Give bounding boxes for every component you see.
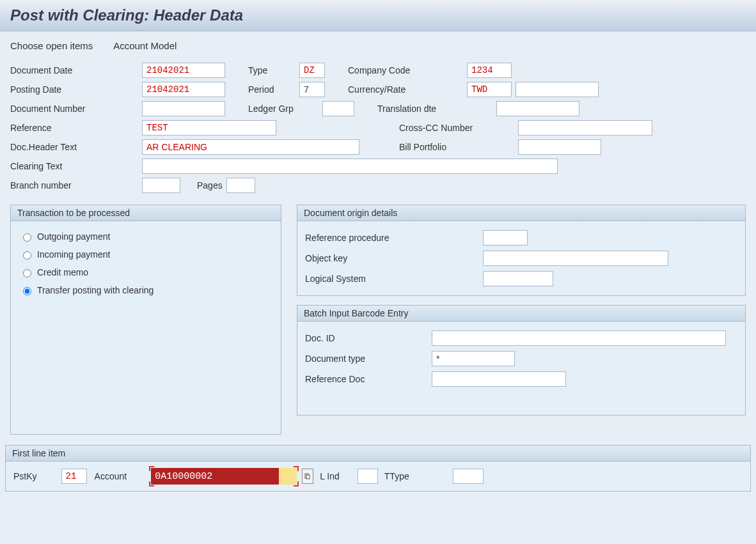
translation-dte-label: Translation dte bbox=[377, 104, 492, 114]
document-number-label: Document Number bbox=[10, 104, 138, 114]
reference-doc-label: Reference Doc bbox=[305, 374, 427, 384]
rate-input[interactable] bbox=[516, 82, 599, 97]
transaction-title: Transaction to be processed bbox=[11, 205, 281, 221]
doc-header-text-label: Doc.Header Text bbox=[10, 142, 138, 152]
ledger-grp-input[interactable] bbox=[322, 101, 354, 116]
cross-cc-input[interactable] bbox=[518, 120, 652, 136]
doc-header-text-input[interactable] bbox=[142, 139, 359, 155]
page-title: Post with Clearing: Header Data bbox=[10, 6, 746, 24]
outgoing-payment-label: Outgoing payment bbox=[37, 231, 110, 242]
incoming-payment-radio[interactable] bbox=[23, 251, 31, 260]
type-label: Type bbox=[248, 65, 295, 75]
pstky-label: PstKy bbox=[13, 471, 37, 481]
title-bar: Post with Clearing: Header Data bbox=[0, 0, 756, 31]
reference-input[interactable] bbox=[142, 120, 276, 136]
sgl-ind-input[interactable] bbox=[358, 469, 378, 484]
focus-corner-icon bbox=[149, 481, 154, 486]
credit-memo-radio[interactable] bbox=[23, 269, 31, 277]
focus-corner-icon bbox=[294, 481, 299, 486]
period-label: Period bbox=[248, 84, 295, 95]
outgoing-payment-radio[interactable] bbox=[23, 233, 31, 242]
branch-number-input[interactable] bbox=[142, 178, 180, 193]
origin-groupbox: Document origin details Reference proced… bbox=[297, 205, 746, 296]
account-model-button[interactable]: Account Model bbox=[113, 40, 177, 51]
doc-id-input[interactable] bbox=[432, 330, 726, 346]
barcode-groupbox: Batch Input Barcode Entry Doc. ID Docume… bbox=[297, 305, 746, 416]
toolbar: Choose open items Account Model bbox=[0, 31, 756, 60]
pages-label: Pages bbox=[197, 180, 223, 190]
first-line-title: First line item bbox=[6, 446, 750, 462]
account-search-help-button[interactable] bbox=[302, 469, 313, 484]
transfer-posting-radio[interactable] bbox=[23, 287, 31, 295]
focus-corner-icon bbox=[149, 466, 154, 471]
sgl-ind-label: L Ind bbox=[320, 471, 340, 481]
clearing-text-label: Clearing Text bbox=[10, 161, 138, 171]
bill-portfolio-input[interactable] bbox=[518, 139, 601, 155]
ttype-label: TType bbox=[384, 471, 409, 481]
reference-doc-input[interactable] bbox=[432, 371, 566, 387]
branch-number-label: Branch number bbox=[10, 180, 138, 190]
transaction-groupbox: Transaction to be processed Outgoing pay… bbox=[10, 205, 281, 435]
incoming-payment-label: Incoming payment bbox=[37, 249, 110, 260]
logical-system-input[interactable] bbox=[483, 271, 553, 286]
svg-rect-1 bbox=[306, 475, 310, 479]
company-code-label: Company Code bbox=[348, 65, 463, 75]
account-input[interactable] bbox=[151, 468, 279, 485]
reference-label: Reference bbox=[10, 123, 138, 133]
currency-input[interactable] bbox=[467, 82, 512, 97]
cross-cc-label: Cross-CC Number bbox=[399, 123, 514, 133]
period-input[interactable] bbox=[299, 82, 325, 97]
posting-date-label: Posting Date bbox=[10, 84, 138, 95]
header-form: Document Date Type Company Code Posting … bbox=[0, 60, 756, 199]
first-line-groupbox: First line item PstKy Account L Ind TTyp… bbox=[5, 445, 751, 492]
credit-memo-label: Credit memo bbox=[37, 267, 88, 277]
ledger-grp-label: Ledger Grp bbox=[248, 104, 319, 114]
document-type-label: Document type bbox=[305, 354, 427, 364]
search-help-icon bbox=[304, 473, 311, 479]
company-code-input[interactable] bbox=[467, 63, 512, 78]
object-key-input[interactable] bbox=[483, 251, 668, 266]
document-date-input[interactable] bbox=[142, 63, 225, 78]
document-date-label: Document Date bbox=[10, 65, 138, 75]
ref-procedure-label: Reference procedure bbox=[305, 233, 478, 243]
account-label: Account bbox=[95, 471, 127, 481]
focus-corner-icon bbox=[294, 466, 299, 471]
origin-title: Document origin details bbox=[297, 205, 745, 221]
barcode-title: Batch Input Barcode Entry bbox=[297, 306, 745, 322]
bill-portfolio-label: Bill Portfolio bbox=[399, 142, 514, 152]
doc-id-label: Doc. ID bbox=[305, 333, 427, 343]
clearing-text-input[interactable] bbox=[142, 159, 558, 174]
posting-date-input[interactable] bbox=[142, 82, 225, 97]
document-type-input[interactable] bbox=[432, 351, 515, 366]
choose-open-items-button[interactable]: Choose open items bbox=[10, 40, 93, 51]
translation-dte-input[interactable] bbox=[496, 101, 579, 116]
ref-procedure-input[interactable] bbox=[483, 230, 528, 245]
transfer-posting-label: Transfer posting with clearing bbox=[37, 285, 154, 295]
logical-system-label: Logical System bbox=[305, 274, 478, 284]
pages-input[interactable] bbox=[226, 178, 255, 193]
document-number-input[interactable] bbox=[142, 101, 225, 116]
object-key-label: Object key bbox=[305, 253, 478, 263]
currency-rate-label: Currency/Rate bbox=[348, 84, 463, 95]
ttype-input[interactable] bbox=[453, 469, 484, 484]
type-input[interactable] bbox=[299, 63, 325, 78]
account-field-wrap bbox=[151, 468, 297, 485]
pstky-input[interactable] bbox=[61, 469, 87, 484]
